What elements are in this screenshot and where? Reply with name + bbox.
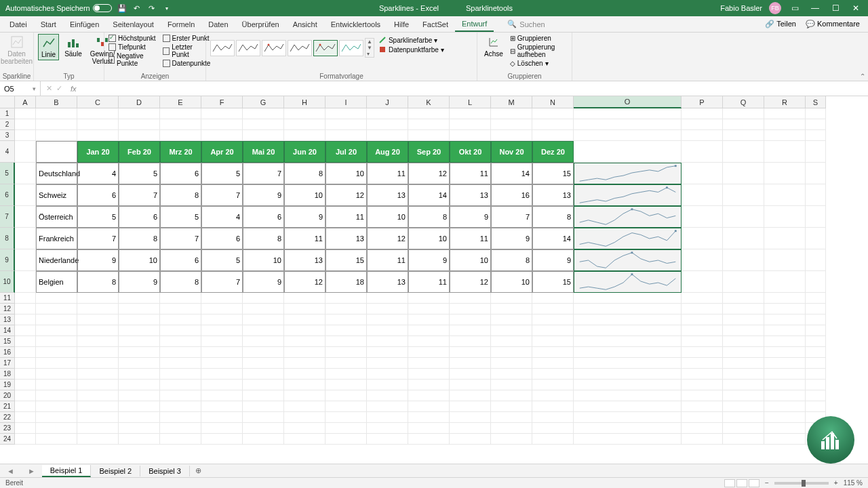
cell-B20[interactable] [36,390,77,401]
cell-H21[interactable] [284,401,326,412]
row-header-9[interactable]: 9 [0,249,15,271]
cell-H16[interactable] [284,347,326,358]
cell-J19[interactable] [367,380,408,390]
cell-C19[interactable] [77,380,119,390]
cell-Q1[interactable] [723,108,764,119]
cell-D13[interactable] [119,314,160,325]
cell-O16[interactable] [574,347,682,358]
gallery-up-icon[interactable]: ▲ [366,39,374,45]
style-6[interactable] [339,40,363,56]
cell-L23[interactable] [450,423,491,434]
col-header-C[interactable]: C [77,96,119,108]
col-header-L[interactable]: L [450,96,491,108]
cell-F10[interactable]: 7 [201,271,243,293]
row-header-19[interactable]: 19 [0,380,15,390]
cell-H10[interactable]: 12 [284,271,326,293]
cell-G24[interactable] [243,434,284,445]
cell-P2[interactable] [682,119,723,130]
cell-M17[interactable] [491,358,532,369]
cell-N23[interactable] [532,423,574,434]
cell-L22[interactable] [450,412,491,423]
col-header-A[interactable]: A [15,96,36,108]
cell-N12[interactable] [532,304,574,314]
cell-S1[interactable] [806,108,826,119]
cell-I19[interactable] [326,380,367,390]
cell-R3[interactable] [764,130,806,141]
cell-K10[interactable]: 11 [408,271,450,293]
cell-K2[interactable] [408,119,450,130]
cell-L21[interactable] [450,401,491,412]
view-break-icon[interactable] [749,479,760,487]
cell-R19[interactable] [764,380,806,390]
cell-N8[interactable]: 14 [532,228,574,249]
cell-F6[interactable]: 7 [201,184,243,206]
check-neg[interactable]: Negative Punkte [108,52,156,68]
sheet-tab-3[interactable]: Beispiel 3 [140,466,190,476]
cell-I13[interactable] [326,314,367,325]
cell-C3[interactable] [77,130,119,141]
cell-C8[interactable]: 7 [77,228,119,249]
cell-N7[interactable]: 8 [532,206,574,228]
cell-G17[interactable] [243,358,284,369]
cell-D10[interactable]: 9 [119,271,160,293]
cell-I5[interactable]: 10 [326,163,367,184]
row-header-16[interactable]: 16 [0,347,15,358]
cell-D24[interactable] [119,434,160,445]
cell-R15[interactable] [764,336,806,347]
cell-H13[interactable] [284,314,326,325]
cell-D1[interactable] [119,108,160,119]
cell-K18[interactable] [408,369,450,380]
cell-E15[interactable] [160,336,201,347]
cell-I24[interactable] [326,434,367,445]
cell-R18[interactable] [764,369,806,380]
cell-L9[interactable]: 10 [450,249,491,271]
cell-N21[interactable] [532,401,574,412]
cell-L10[interactable]: 12 [450,271,491,293]
zoom-in-button[interactable]: + [834,479,838,487]
cell-A14[interactable] [15,325,36,336]
cell-R24[interactable] [764,434,806,445]
cell-Q20[interactable] [723,390,764,401]
cell-F3[interactable] [201,130,243,141]
cell-R14[interactable] [764,325,806,336]
type-column-button[interactable]: Säule [62,34,85,59]
cell-Q10[interactable] [723,271,764,293]
close-icon[interactable]: ✕ [849,2,863,14]
cell-I8[interactable]: 13 [326,228,367,249]
cell-J11[interactable] [367,293,408,304]
cell-D11[interactable] [119,293,160,304]
col-header-M[interactable]: M [491,96,532,108]
sheet-nav-next[interactable]: ► [21,467,42,475]
cell-P19[interactable] [682,380,723,390]
tab-ansicht[interactable]: Ansicht [286,18,324,31]
sheet-tab-1[interactable]: Beispiel 1 [42,465,92,477]
cell-E23[interactable] [160,423,201,434]
col-header-S[interactable]: S [806,96,826,108]
cell-P7[interactable] [682,206,723,228]
cell-H19[interactable] [284,380,326,390]
cell-B2[interactable] [36,119,77,130]
cell-G12[interactable] [243,304,284,314]
cell-S19[interactable] [806,380,826,390]
type-line-button[interactable]: Linie [38,34,59,60]
cell-O2[interactable] [574,119,682,130]
cell-O5[interactable] [574,163,682,184]
cell-F1[interactable] [201,108,243,119]
col-header-I[interactable]: I [326,96,367,108]
cell-I9[interactable]: 15 [326,249,367,271]
cell-S6[interactable] [806,184,826,206]
tab-einfuegen[interactable]: Einfügen [63,18,106,31]
cell-Q9[interactable] [723,249,764,271]
cell-G1[interactable] [243,108,284,119]
cell-M2[interactable] [491,119,532,130]
cell-M20[interactable] [491,390,532,401]
cell-E4[interactable]: Mrz 20 [160,141,201,163]
tab-entwurf[interactable]: Entwurf [455,17,494,32]
cell-R11[interactable] [764,293,806,304]
cell-R8[interactable] [764,228,806,249]
cell-L20[interactable] [450,390,491,401]
select-all-corner[interactable] [0,96,15,108]
tab-hilfe[interactable]: Hilfe [387,18,416,31]
cell-P5[interactable] [682,163,723,184]
cell-N10[interactable]: 15 [532,271,574,293]
